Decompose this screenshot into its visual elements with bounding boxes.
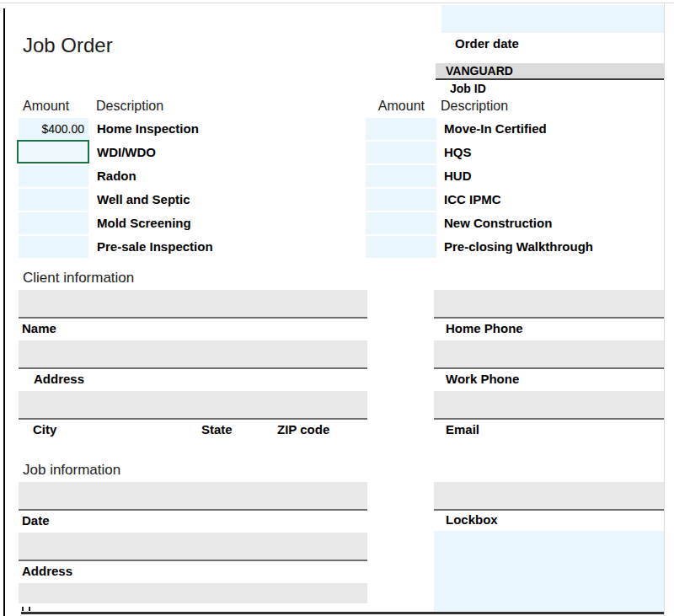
job-date-label: Date bbox=[22, 513, 50, 528]
amount-cell-hqs[interactable] bbox=[366, 142, 436, 163]
service-label: Well and Septic bbox=[97, 189, 190, 211]
job-id-label: Job ID bbox=[450, 82, 486, 95]
order-date-label: Order date bbox=[455, 36, 519, 51]
top-rule bbox=[0, 3, 674, 3]
right-column-rule bbox=[664, 3, 665, 616]
zip-code-label: ZIP code bbox=[277, 422, 329, 437]
service-label: Pre-closing Walkthrough bbox=[444, 236, 593, 258]
home-phone-label: Home Phone bbox=[446, 321, 523, 335]
lockbox-header-input[interactable] bbox=[434, 482, 664, 511]
amount-cell-preclosing[interactable] bbox=[366, 236, 436, 258]
order-date-input[interactable] bbox=[441, 5, 664, 33]
work-phone-label: Work Phone bbox=[446, 372, 519, 386]
amount-header-left: Amount bbox=[23, 99, 69, 114]
clipped-text-mark bbox=[29, 607, 30, 611]
service-label: Move-In Certified bbox=[444, 118, 547, 140]
lockbox-label: Lockbox bbox=[446, 512, 498, 527]
service-label: ICC IPMC bbox=[444, 189, 501, 211]
client-address-label: Address bbox=[34, 372, 84, 386]
amount-cell-presale[interactable] bbox=[19, 236, 88, 258]
service-label: Pre-sale Inspection bbox=[97, 236, 213, 258]
amount-cell-move-in[interactable] bbox=[366, 118, 436, 140]
state-label: State bbox=[201, 422, 233, 437]
city-state-zip-input[interactable] bbox=[19, 391, 367, 420]
clipped-text-mark bbox=[22, 607, 24, 611]
amount-cell-mold[interactable] bbox=[19, 212, 88, 234]
client-address-input[interactable] bbox=[19, 340, 367, 369]
amount-cell-well-septic[interactable] bbox=[19, 189, 88, 211]
amount-cell-icc-ipmc[interactable] bbox=[366, 189, 436, 211]
job-address2-input[interactable] bbox=[19, 583, 367, 603]
email-input[interactable] bbox=[434, 391, 664, 420]
description-header-right: Description bbox=[441, 99, 508, 114]
service-label: Home Inspection bbox=[97, 118, 199, 140]
email-label: Email bbox=[446, 422, 479, 437]
page-title: Job Order bbox=[23, 34, 113, 57]
job-address-label: Address bbox=[22, 564, 72, 578]
name-input[interactable] bbox=[19, 290, 367, 319]
lockbox-input[interactable] bbox=[434, 531, 664, 612]
client-info-heading: Client information bbox=[23, 270, 134, 287]
service-label: Radon bbox=[97, 165, 136, 187]
amount-header-right: Amount bbox=[366, 99, 425, 114]
amount-cell-radon[interactable] bbox=[19, 165, 88, 187]
service-label: Mold Screening bbox=[97, 212, 191, 234]
description-header-left: Description bbox=[96, 99, 163, 114]
bottom-rule bbox=[21, 612, 664, 614]
company-header-band: VANGUARD bbox=[436, 63, 664, 80]
amount-cell-new-construction[interactable] bbox=[366, 212, 436, 234]
name-label: Name bbox=[22, 321, 56, 335]
service-label: HUD bbox=[444, 165, 472, 187]
job-date-input[interactable] bbox=[19, 482, 367, 511]
amount-cell-hud[interactable] bbox=[366, 165, 436, 187]
job-order-sheet: Job Order Order date VANGUARD Job ID Amo… bbox=[0, 0, 674, 616]
service-label: HQS bbox=[444, 142, 472, 163]
service-label: WDI/WDO bbox=[97, 142, 156, 163]
work-phone-input[interactable] bbox=[434, 340, 664, 369]
job-address-input[interactable] bbox=[19, 533, 367, 561]
city-label: City bbox=[33, 422, 56, 437]
service-label: New Construction bbox=[444, 212, 552, 234]
home-phone-input[interactable] bbox=[434, 290, 664, 319]
amount-cell-home-inspection[interactable]: $400.00 bbox=[19, 118, 88, 140]
job-info-heading: Job information bbox=[23, 462, 120, 479]
left-border-rule bbox=[3, 8, 5, 616]
amount-cell-selected[interactable] bbox=[17, 140, 89, 163]
